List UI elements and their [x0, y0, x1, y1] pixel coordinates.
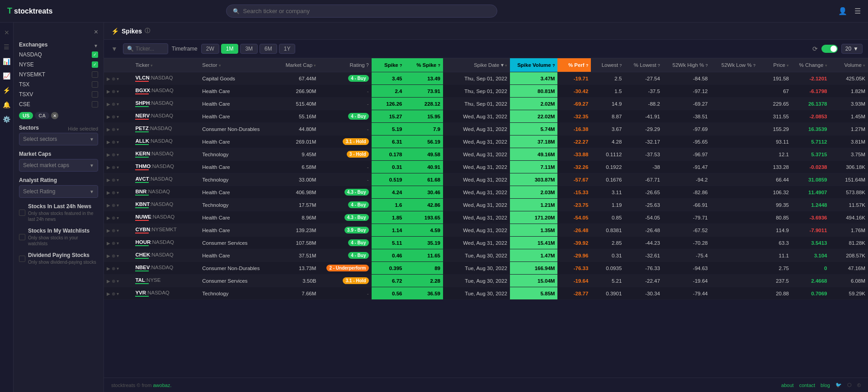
expand-btn[interactable]: ▶: [107, 203, 110, 208]
ticker-symbol[interactable]: NERV: [135, 113, 150, 118]
col-volume[interactable]: Volume ▾: [830, 58, 868, 72]
toggle-switch[interactable]: [821, 45, 838, 53]
col-price[interactable]: Price ▾: [758, 58, 792, 72]
github-icon[interactable]: ⬡: [847, 382, 852, 388]
col-high52[interactable]: 52Wk High % ?: [663, 58, 711, 72]
watchlist-btn[interactable]: ⊕: [112, 127, 115, 132]
alert-icon[interactable]: 🔔: [0, 98, 13, 111]
chart-btn[interactable]: ▾: [117, 279, 119, 284]
ticker-symbol[interactable]: PETZ: [135, 126, 148, 131]
chart-btn[interactable]: ▾: [117, 127, 119, 132]
dividend-checkbox[interactable]: [19, 256, 25, 262]
watchlist-btn[interactable]: ⊕: [112, 291, 115, 296]
filter-toggle-btn[interactable]: ▼: [109, 43, 119, 54]
tf-6m[interactable]: 6M: [259, 44, 277, 54]
chart-btn[interactable]: ▾: [117, 152, 119, 157]
watchlist-btn[interactable]: ⊕: [112, 114, 115, 119]
expand-btn[interactable]: ▶: [107, 279, 110, 284]
social-icon[interactable]: ©: [857, 383, 861, 388]
menu-icon[interactable]: ☰: [854, 7, 861, 15]
watchlist-btn[interactable]: ⊕: [112, 165, 115, 170]
gear-icon[interactable]: ⚙️: [0, 113, 13, 126]
expand-btn[interactable]: ▶: [107, 127, 110, 132]
expand-btn[interactable]: ▶: [107, 165, 110, 170]
exchange-tsx-toggle[interactable]: [92, 81, 98, 88]
spike-icon[interactable]: ⚡: [0, 84, 13, 97]
exchange-nasdaq[interactable]: NASDAQ: [19, 50, 98, 60]
col-sector[interactable]: Sector ▾: [199, 58, 276, 72]
col-low52[interactable]: 52Wk Low % ?: [710, 58, 758, 72]
user-icon[interactable]: 👤: [838, 7, 847, 15]
ticker-search-box[interactable]: 🔍 Ticker...: [123, 43, 168, 54]
ticker-symbol[interactable]: SHPH: [135, 100, 150, 106]
col-market-cap[interactable]: Market Cap ▾: [276, 58, 319, 72]
watchlist-btn[interactable]: ⊕: [112, 253, 115, 258]
col-perf[interactable]: % Perf ?: [557, 58, 591, 72]
expand-btn[interactable]: ▶: [107, 291, 110, 296]
exchange-tsx[interactable]: TSX: [19, 79, 98, 89]
watchlist-btn[interactable]: ⊕: [112, 266, 115, 271]
exchange-nyse-toggle[interactable]: [92, 61, 98, 68]
refresh-btn[interactable]: ⟳: [812, 45, 818, 52]
col-lowest-pct[interactable]: % Lowest ?: [624, 58, 663, 72]
watchlist-btn[interactable]: ⊕: [112, 152, 115, 157]
exchange-nasdaq-toggle[interactable]: [92, 51, 98, 58]
col-spike-vol[interactable]: Spike Volume ?: [510, 58, 558, 72]
ticker-symbol[interactable]: KERN: [135, 151, 150, 156]
ticker-symbol[interactable]: VLCN: [135, 75, 149, 80]
home-icon[interactable]: ☰: [1, 41, 12, 53]
chart-btn[interactable]: ▾: [117, 266, 119, 271]
twitter-icon[interactable]: 🐦: [835, 382, 842, 388]
exchange-cse-toggle[interactable]: [92, 101, 98, 107]
expand-btn[interactable]: ▶: [107, 241, 110, 246]
chart-btn[interactable]: ▾: [117, 140, 119, 145]
sectors-dropdown[interactable]: Select sectors ▼: [19, 133, 98, 145]
tf-2w[interactable]: 2W: [201, 44, 219, 54]
expand-btn[interactable]: ▶: [107, 102, 110, 107]
watchlist-btn[interactable]: ⊕: [112, 177, 115, 182]
flag-ca[interactable]: CA: [35, 112, 49, 119]
tf-1y[interactable]: 1Y: [279, 44, 296, 54]
col-spike[interactable]: Spike ?: [372, 58, 405, 72]
footer-about-link[interactable]: about: [781, 383, 794, 388]
chart-btn[interactable]: ▾: [117, 203, 119, 208]
ticker-symbol[interactable]: NUWE: [135, 214, 151, 219]
watchlist-btn[interactable]: ⊕: [112, 102, 115, 107]
exchange-nyse[interactable]: NYSE: [19, 60, 98, 70]
ticker-symbol[interactable]: TAL: [135, 277, 145, 283]
watchlist-btn[interactable]: ⊕: [112, 241, 115, 246]
ticker-symbol[interactable]: ALLK: [135, 138, 149, 144]
expand-btn[interactable]: ▶: [107, 89, 110, 94]
ticker-symbol[interactable]: THMO: [135, 163, 151, 169]
flag-close-btn[interactable]: ✕: [51, 112, 58, 119]
col-ticker[interactable]: Ticker ▾: [132, 58, 199, 72]
watchlist-checkbox-row[interactable]: Stocks In My Watchlists Only show stocks…: [19, 228, 98, 247]
ticker-symbol[interactable]: AVCT: [135, 176, 149, 182]
analyst-rating-dropdown[interactable]: Select Rating ▼: [19, 185, 98, 198]
chart-btn[interactable]: ▾: [117, 228, 119, 233]
exchange-tsxv[interactable]: TSXV: [19, 89, 98, 99]
chart-btn[interactable]: ▾: [117, 253, 119, 258]
ticker-symbol[interactable]: NBEV: [135, 265, 150, 270]
watchlist-btn[interactable]: ⊕: [112, 89, 115, 94]
watchlist-btn[interactable]: ⊕: [112, 190, 115, 195]
ticker-symbol[interactable]: BGXX: [135, 88, 150, 93]
watchlist-checkbox[interactable]: [19, 234, 25, 240]
chart-btn[interactable]: ▾: [117, 177, 119, 182]
expand-btn[interactable]: ▶: [107, 76, 110, 81]
chart-btn[interactable]: ▾: [117, 76, 119, 81]
footer-blog-link[interactable]: blog: [821, 383, 830, 388]
col-change[interactable]: % Change ▾: [792, 58, 830, 72]
watchlist-btn[interactable]: ⊕: [112, 279, 115, 284]
expand-btn[interactable]: ▶: [107, 177, 110, 182]
close-panel-icon[interactable]: ✕: [1, 26, 12, 39]
col-spike-pct[interactable]: % Spike ?: [405, 58, 443, 72]
chart-btn[interactable]: ▾: [117, 102, 119, 107]
per-page-selector[interactable]: 20 ▼: [841, 44, 863, 54]
exchange-nysemkt[interactable]: NYSEMKT: [19, 70, 98, 79]
col-spike-date[interactable]: Spike Date ▾ ▾: [443, 58, 510, 72]
footer-author-link[interactable]: awobaz.: [153, 383, 171, 388]
watchlist-btn[interactable]: ⊕: [112, 215, 115, 220]
chart-btn[interactable]: ▾: [117, 89, 119, 94]
ticker-symbol[interactable]: YVR: [135, 290, 146, 295]
